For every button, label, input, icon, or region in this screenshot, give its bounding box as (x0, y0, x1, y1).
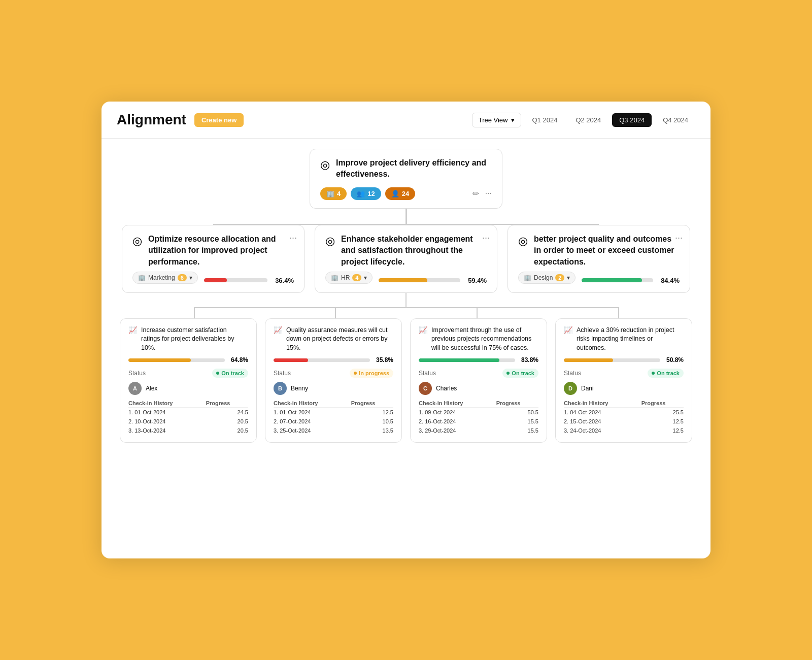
q1-button[interactable]: Q1 2024 (525, 113, 565, 127)
dept-icon-3: 🏢 (524, 274, 531, 281)
checkin-progress: 20.5 (206, 426, 248, 435)
buildings-icon: 🏢 (326, 190, 334, 197)
l3-4-header: 📈 Achieve a 30% reduction in project ris… (564, 326, 684, 353)
l3-2-progress-row: 35.8% (274, 356, 393, 364)
l2-node-3: ··· ◎ better project quality and outcome… (507, 225, 690, 293)
table-row: 1. 01-Oct-2024 24.5 (128, 408, 248, 417)
q2-button[interactable]: Q2 2024 (568, 113, 608, 127)
l3-4-title: Achieve a 30% reduction in project risks… (577, 326, 684, 353)
l2-3-header: ◎ better project quality and outcomes in… (518, 234, 680, 268)
l2-3-more-options-icon[interactable]: ··· (675, 233, 683, 243)
l3-2-status-label: Status (274, 370, 291, 377)
l3-1-status-text: On track (221, 370, 244, 376)
checkin-history-header: Check-in History (564, 399, 641, 408)
checkin-date: 2. 15-Oct-2024 (564, 417, 641, 426)
l2-1-more-options-icon[interactable]: ··· (289, 233, 297, 243)
checkin-progress: 12.5 (641, 426, 684, 435)
l2-3-dept-name: Design (534, 274, 553, 281)
l3-1-progress-row: 64.8% (128, 356, 248, 364)
checkin-date: 2. 16-Oct-2024 (419, 417, 496, 426)
l2-3-progress: 84.4% (582, 277, 680, 284)
root-node-badges: 🏢 4 👥 12 👤 24 ✏ ··· (320, 187, 492, 200)
l3-4-assignee-name: Dani (581, 385, 594, 392)
create-new-button[interactable]: Create new (194, 113, 244, 127)
badge-team[interactable]: 👥 12 (351, 187, 381, 200)
l3-1-header: 📈 Increase customer satisfaction ratings… (128, 326, 248, 353)
l3-2-status-row: Status In progress (274, 369, 393, 378)
l3-1-title: Increase customer satisfaction ratings f… (141, 326, 248, 353)
l2-2-dept-badge[interactable]: 🏢 HR 4 ▾ (325, 272, 373, 284)
l3-4-avatar-initial: D (568, 385, 572, 391)
l3-3-avatar-initial: C (423, 385, 427, 391)
l3-1-assignee-name: Alex (146, 385, 157, 392)
l3-1-progress-fill (128, 358, 191, 362)
more-options-icon[interactable]: ··· (485, 189, 492, 198)
l2-1-progress: 36.4% (204, 277, 294, 284)
l2-2-title: Enhance stakeholder engagement and satis… (341, 234, 487, 268)
table-row: 1. 01-Oct-2024 12.5 (274, 408, 393, 417)
l2-3-dept-badge[interactable]: 🏢 Design 2 ▾ (518, 272, 576, 284)
l3-horiz-bar (194, 307, 618, 308)
progress-header: Progress (496, 399, 538, 408)
l2-2-target-icon: ◎ (325, 235, 335, 248)
checkin-progress: 12.5 (641, 417, 684, 426)
l2-2-dept-count: 4 (352, 274, 361, 281)
l3-3-title: Improvement through the use of previous … (431, 326, 538, 353)
l3-4-status-badge: On track (648, 369, 684, 378)
root-to-l2-connector (117, 209, 695, 225)
l3-4-status-label: Status (564, 370, 581, 377)
l2-1-dept-badge[interactable]: 🏢 Marketing 6 ▾ (132, 272, 198, 284)
view-toggle-button[interactable]: Tree View ▾ (472, 113, 521, 127)
l3-4-progress-fill (564, 358, 613, 362)
l3-3-chart-icon: 📈 (419, 326, 427, 334)
badge-count-4: 4 (337, 190, 341, 197)
l3-2-progress-text: 35.8% (374, 356, 393, 364)
q3-button[interactable]: Q3 2024 (612, 113, 652, 127)
l2-2-more-options-icon[interactable]: ··· (482, 233, 490, 243)
checkin-date: 1. 01-Oct-2024 (128, 408, 206, 417)
badge-buildings[interactable]: 🏢 4 (320, 187, 347, 200)
chevron-down-icon: ▾ (511, 116, 515, 124)
edit-icon[interactable]: ✏ (472, 189, 479, 199)
root-card-header: ◎ Improve project delivery efficiency an… (320, 157, 492, 180)
l2-3-progress-text: 84.4% (658, 277, 680, 284)
app-window: Alignment Create new Tree View ▾ Q1 2024… (101, 102, 710, 558)
checkin-progress: 50.5 (496, 408, 538, 417)
l3-4-progress-bar-wrapper (564, 358, 660, 362)
l3-3-status-badge: On track (502, 369, 538, 378)
chevron-icon-2: ▾ (364, 274, 367, 281)
l3-1-assignee-row: A Alex (128, 382, 248, 395)
dept-icon: 🏢 (138, 274, 146, 281)
l3-3-status-dot (506, 372, 510, 375)
l3-3-progress-bar-wrapper (419, 358, 515, 362)
l3-3-header: 📈 Improvement through the use of previou… (419, 326, 538, 353)
l2-3-progress-bar-wrapper (582, 278, 653, 282)
l3-2-status-dot (354, 372, 357, 375)
tree-wrapper: ◎ Improve project delivery efficiency an… (117, 149, 695, 443)
q4-button[interactable]: Q4 2024 (656, 113, 695, 127)
l2-1-dept-name: Marketing (148, 274, 175, 281)
badge-person[interactable]: 👤 24 (385, 187, 415, 200)
checkin-progress: 13.5 (351, 426, 393, 435)
l3-4-chart-icon: 📈 (564, 326, 572, 334)
drop-l3-4 (618, 307, 619, 318)
l3-2-header: 📈 Quality assurance measures will cut do… (274, 326, 393, 353)
l2-1-title: Optimize resource allocation and utiliza… (148, 234, 294, 268)
table-row: 2. 07-Oct-2024 10.5 (274, 417, 393, 426)
chevron-icon-3: ▾ (567, 274, 570, 281)
drop-l3-3 (477, 307, 478, 318)
checkin-date: 3. 29-Oct-2024 (419, 426, 496, 435)
root-node-title: Improve project delivery efficiency and … (336, 157, 492, 180)
l3-2-checkin-table: Check-in History Progress 1. 01-Oct-2024… (274, 399, 393, 435)
l3-3-assignee-name: Charles (436, 385, 457, 392)
l3-2-chart-icon: 📈 (274, 326, 282, 334)
team-icon: 👥 (357, 190, 365, 197)
l3-4-status-text: On track (657, 370, 680, 376)
l2-node-2: ··· ◎ Enhance stakeholder engagement and… (315, 225, 497, 293)
l3-node-2: 📈 Quality assurance measures will cut do… (265, 318, 402, 443)
l3-3-avatar: C (419, 382, 432, 395)
l3-3-progress-fill (419, 358, 499, 362)
l3-3-assignee-row: C Charles (419, 382, 538, 395)
table-row: 2. 16-Oct-2024 15.5 (419, 417, 538, 426)
checkin-date: 1. 01-Oct-2024 (274, 408, 351, 417)
